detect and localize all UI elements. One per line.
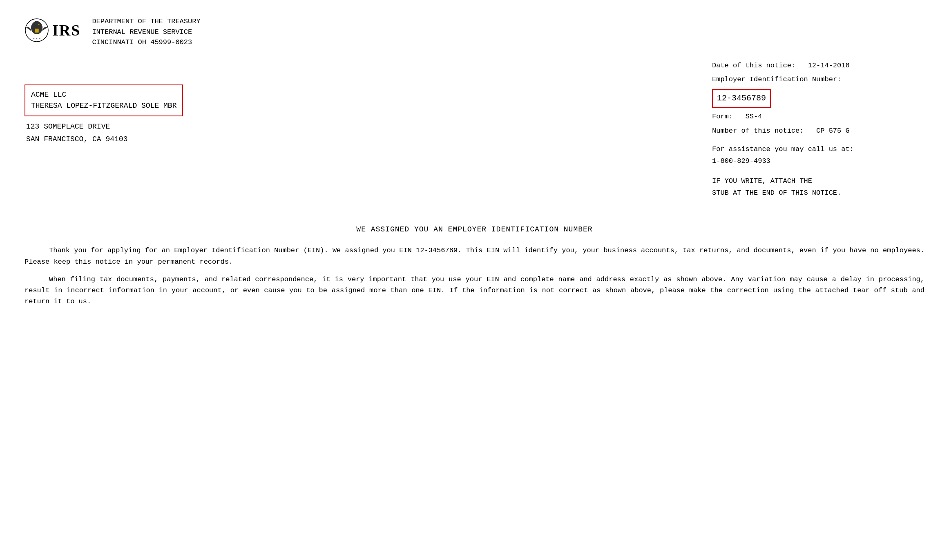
notice-number-value: CP 575 G: [816, 127, 850, 135]
date-value: 12-14-2018: [808, 62, 850, 69]
right-column: Date of this notice: 12-14-2018 Employer…: [712, 60, 924, 199]
assistance-block: For assistance you may call us at: 1-800…: [712, 144, 924, 167]
body-paragraph-1: Thank you for applying for an Employer I…: [25, 245, 924, 267]
form-row: Form: SS-4: [712, 111, 924, 123]
recipient-street: 123 SOMEPLACE DRIVE: [25, 121, 696, 132]
assistance-line2: 1-800-829-4933: [712, 156, 924, 167]
ein-value: 12-3456789: [717, 93, 766, 103]
body-paragraph-2: When filing tax documents, payments, and…: [25, 274, 924, 307]
form-value: SS-4: [746, 113, 762, 120]
irs-logo: ★ ★ ★ IRS: [25, 18, 85, 42]
notice-date-row: Date of this notice: 12-14-2018: [712, 60, 924, 72]
body-section: WE ASSIGNED YOU AN EMPLOYER IDENTIFICATI…: [25, 224, 924, 307]
notice-number-label: Number of this notice:: [712, 127, 804, 135]
agency-address: DEPARTMENT OF THE TREASURY INTERNAL REVE…: [92, 16, 200, 48]
date-label: Date of this notice:: [712, 62, 795, 69]
header: ★ ★ ★ IRS DEPARTMENT OF THE TREASURY INT…: [25, 16, 924, 48]
agency-line1: DEPARTMENT OF THE TREASURY: [92, 16, 200, 27]
main-layout: ACME LLC THERESA LOPEZ-FITZGERALD SOLE M…: [25, 60, 924, 199]
form-label: Form:: [712, 113, 733, 120]
ein-value-box: 12-3456789: [712, 89, 771, 108]
if-you-write-line1: IF YOU WRITE, ATTACH THE: [712, 176, 924, 187]
left-column: ACME LLC THERESA LOPEZ-FITZGERALD SOLE M…: [25, 60, 712, 199]
assistance-line1: For assistance you may call us at:: [712, 144, 924, 156]
svg-text:★ ★ ★: ★ ★ ★: [33, 37, 40, 40]
eagle-icon: ★ ★ ★: [25, 18, 49, 42]
recipient-city-state-zip: SAN FRANCISCO, CA 94103: [25, 134, 696, 145]
agency-line3: CINCINNATI OH 45999-0023: [92, 37, 200, 48]
recipient-name-box: ACME LLC THERESA LOPEZ-FITZGERALD SOLE M…: [25, 84, 183, 116]
irs-wordmark: IRS: [52, 22, 80, 38]
notice-number-row: Number of this notice: CP 575 G: [712, 125, 924, 137]
if-you-write-block: IF YOU WRITE, ATTACH THE STUB AT THE END…: [712, 176, 924, 199]
ein-label-row: Employer Identification Number:: [712, 74, 924, 86]
if-you-write-line2: STUB AT THE END OF THIS NOTICE.: [712, 187, 924, 199]
recipient-name-line1: ACME LLC: [31, 89, 176, 100]
agency-line2: INTERNAL REVENUE SERVICE: [92, 27, 200, 38]
recipient-name-line2: THERESA LOPEZ-FITZGERALD SOLE MBR: [31, 100, 176, 111]
svg-rect-3: [35, 29, 39, 33]
svg-point-2: [34, 21, 40, 27]
ein-label: Employer Identification Number:: [712, 76, 841, 83]
body-title: WE ASSIGNED YOU AN EMPLOYER IDENTIFICATI…: [25, 224, 924, 236]
